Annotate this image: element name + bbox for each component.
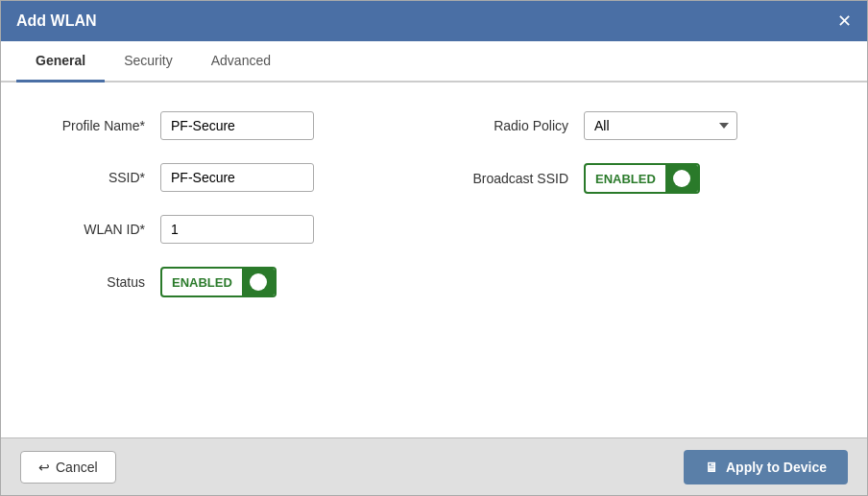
undo-icon: ↩	[38, 460, 50, 475]
apply-label: Apply to Device	[726, 460, 827, 475]
tab-general[interactable]: General	[16, 41, 105, 83]
modal-footer: ↩ Cancel 🖥 Apply to Device	[1, 437, 867, 495]
status-toggle-switch[interactable]	[242, 269, 275, 295]
profile-name-row: Profile Name*	[39, 111, 405, 140]
broadcast-ssid-label: Broadcast SSID	[463, 171, 568, 186]
radio-policy-row: Radio Policy All 2.4 GHz 5 GHz	[463, 111, 829, 140]
ssid-input[interactable]	[160, 163, 314, 192]
ssid-label: SSID*	[39, 170, 145, 185]
status-label: Status	[39, 274, 145, 290]
broadcast-ssid-toggle-label: ENABLED	[586, 172, 665, 186]
ssid-row: SSID*	[39, 163, 405, 192]
radio-policy-label: Radio Policy	[463, 118, 568, 133]
broadcast-ssid-toggle-switch[interactable]	[665, 165, 698, 192]
tab-bar: General Security Advanced	[1, 41, 867, 83]
cancel-label: Cancel	[56, 460, 98, 475]
broadcast-ssid-row: Broadcast SSID ENABLED	[463, 163, 829, 194]
modal-header: Add WLAN ✕	[1, 1, 867, 41]
wlan-id-row: WLAN ID*	[39, 215, 405, 244]
radio-policy-select[interactable]: All 2.4 GHz 5 GHz	[584, 111, 737, 140]
form-grid: Profile Name* SSID* WLAN ID* Status	[39, 111, 829, 297]
tab-security[interactable]: Security	[105, 41, 192, 83]
cancel-button[interactable]: ↩ Cancel	[20, 451, 116, 484]
wlan-id-input[interactable]	[160, 215, 314, 244]
apply-to-device-button[interactable]: 🖥 Apply to Device	[684, 450, 848, 484]
device-icon: 🖥	[705, 460, 718, 475]
profile-name-input[interactable]	[160, 111, 314, 140]
status-toggle-label: ENABLED	[162, 275, 242, 290]
profile-name-label: Profile Name*	[39, 118, 145, 133]
close-button[interactable]: ✕	[837, 12, 852, 30]
wlan-id-label: WLAN ID*	[39, 222, 145, 237]
status-row: Status ENABLED	[39, 267, 405, 297]
modal-title: Add WLAN	[16, 12, 97, 30]
status-toggle[interactable]: ENABLED	[160, 267, 277, 297]
add-wlan-modal: Add WLAN ✕ General Security Advanced Pro…	[0, 0, 868, 496]
modal-body: Profile Name* SSID* WLAN ID* Status	[1, 83, 867, 437]
tab-advanced[interactable]: Advanced	[192, 41, 290, 83]
broadcast-ssid-toggle[interactable]: ENABLED	[584, 163, 700, 194]
